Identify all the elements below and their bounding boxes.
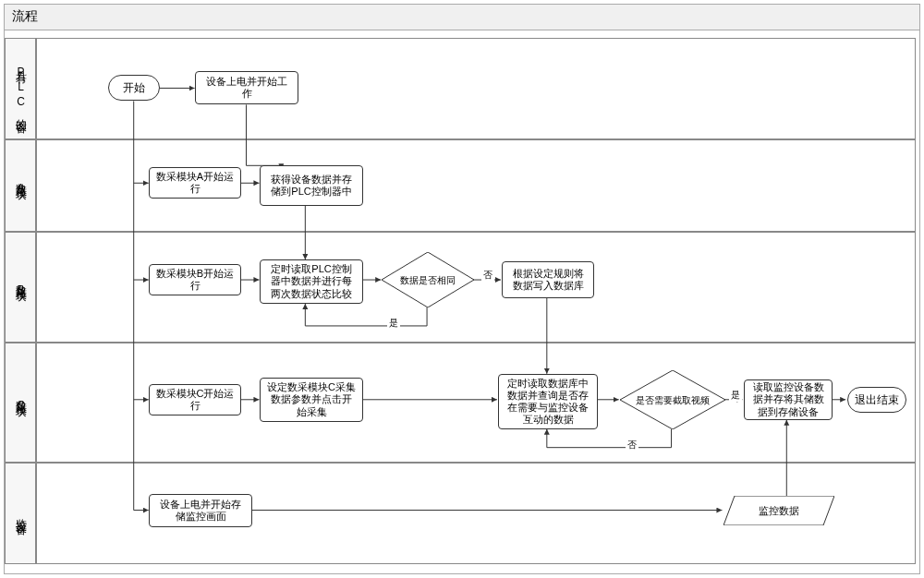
edge-label-yes-1: 是 xyxy=(387,317,400,330)
lane-label-c: 数采模块C xyxy=(5,343,36,463)
node-write-db: 根据设定规则将数据写入数据库 xyxy=(502,261,594,298)
node-read-monitor: 读取监控设备数据并存将其储数据到存储设备 xyxy=(744,379,833,420)
edge-label-yes-2: 是 xyxy=(729,389,742,402)
end-terminator: 退出结束 xyxy=(847,387,906,413)
diagram-frame: 流程 具有PLC的设备 数采模块A 数采模块B 数采模块C 监控设备 xyxy=(4,4,920,574)
node-c-setparam: 设定数采模块C采集数据参数并点击开始采集 xyxy=(260,378,363,422)
lane-label-mon: 监控设备 xyxy=(5,463,36,564)
diagram-title: 流程 xyxy=(5,5,919,30)
node-power-on: 设备上电并开始工作 xyxy=(195,71,298,104)
lane-label-plc: 具有PLC的设备 xyxy=(5,38,36,139)
decision-need-video-label: 是否需要截取视频 xyxy=(633,383,712,416)
node-b-start: 数采模块B开始运行 xyxy=(149,264,241,295)
node-a-start: 数采模块A开始运行 xyxy=(149,167,241,199)
node-mon-store: 设备上电并开始存储监控画面 xyxy=(149,494,252,527)
lane-body-plc xyxy=(36,38,916,139)
decision-data-same-label: 数据是否相同 xyxy=(391,261,465,298)
node-c-start: 数采模块C开始运行 xyxy=(149,384,241,415)
edge-label-no-1: 否 xyxy=(481,269,494,282)
lane-label-a: 数采模块A xyxy=(5,139,36,232)
edge-label-no-2: 否 xyxy=(626,439,638,452)
lane-label-b: 数采模块B xyxy=(5,232,36,343)
start-terminator: 开始 xyxy=(108,75,160,101)
node-b-read: 定时读取PLC控制器中数据并进行每两次数据状态比较 xyxy=(260,259,363,304)
node-c-query: 定时读取数据库中数据并查询是否存在需要与监控设备互动的数据 xyxy=(498,374,598,429)
data-monitor-label: 监控数据 xyxy=(735,496,823,525)
swimlane-diagram: 具有PLC的设备 数采模块A 数采模块B 数采模块C 监控设备 xyxy=(5,30,919,573)
node-a-store: 获得设备数据并存储到PLC控制器中 xyxy=(260,165,363,206)
